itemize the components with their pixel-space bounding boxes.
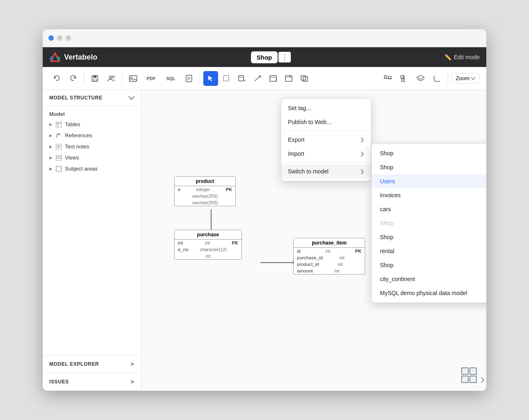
purchase-row-2: e_no character(12)	[175, 246, 242, 253]
image-button[interactable]	[126, 71, 140, 86]
close-button[interactable]	[48, 35, 54, 41]
add-connector-button[interactable]	[250, 71, 265, 86]
main-content: MODEL STRUCTURE Model ▶ Tables ▶ Referen…	[43, 90, 486, 391]
sidebar-item-tables[interactable]: ▶ Tables	[43, 119, 141, 130]
sidebar-item-views[interactable]: ▶ Views	[43, 152, 141, 163]
switch-model-submenu: Shop Shop Users invoices cars Shop Shop …	[371, 143, 486, 303]
corner-icon	[433, 75, 441, 82]
maximize-button[interactable]	[66, 35, 71, 41]
add-entity-button[interactable]: +	[266, 71, 281, 86]
submenu-mysql-demo[interactable]: MySQL demo physical data model	[372, 286, 486, 300]
title-bar	[43, 29, 486, 47]
views-arrow: ▶	[49, 155, 53, 160]
layers-icon	[416, 75, 425, 82]
issues-label: ISSUES	[49, 379, 69, 385]
drawing-tools: + +	[203, 71, 312, 86]
publish-menu-item[interactable]: Publish to Web…	[281, 115, 371, 129]
edit-mode-button[interactable]: ✏️ Edit mode	[444, 54, 480, 60]
svg-text:+: +	[244, 78, 246, 82]
publish-label: Publish to Web…	[288, 119, 332, 125]
zoom-chevron-icon	[471, 77, 475, 80]
nav-center: Shop ⋮	[97, 51, 444, 63]
purchase-row-3: int	[175, 253, 242, 259]
submenu-shop1[interactable]: Shop	[372, 146, 486, 160]
pdf-label: PDF	[147, 76, 156, 81]
image-icon	[129, 75, 137, 82]
app-window: Vertabelo Shop ⋮ ✏️ Edit mode	[43, 29, 486, 391]
add-table-button[interactable]: +	[235, 71, 249, 86]
switch-model-menu-item[interactable]: Switch to model ❯	[281, 164, 371, 178]
sql-button[interactable]: SQL	[162, 71, 180, 86]
align-h-icon	[384, 75, 392, 82]
purchase-item-table[interactable]: purchase_item id int PK purchase_id int …	[293, 238, 365, 275]
submenu-users[interactable]: Users	[372, 174, 486, 188]
selection-box-button[interactable]	[219, 71, 234, 86]
import-menu-item[interactable]: Import ❯	[281, 147, 371, 161]
toolbar-right: Zoom	[380, 71, 480, 86]
submenu-shop5[interactable]: Shop	[372, 258, 486, 272]
purchase-item-header: purchase_item	[294, 238, 365, 248]
pdf-button[interactable]: PDF	[142, 71, 160, 86]
save-button[interactable]	[87, 71, 102, 86]
model-name-button[interactable]: Shop	[251, 51, 278, 63]
export-label: Export	[288, 136, 304, 143]
intersect-button[interactable]	[297, 71, 312, 86]
import-chevron: ❯	[360, 151, 364, 157]
product-table[interactable]: product e integer PK varchar(255) varcha…	[174, 176, 236, 206]
tables-arrow: ▶	[49, 122, 53, 127]
align-v-button[interactable]	[397, 71, 412, 86]
sep1	[84, 73, 84, 84]
users-button[interactable]	[104, 71, 119, 86]
redo-button[interactable]	[66, 71, 80, 86]
submenu-city-continent[interactable]: city_continent	[372, 272, 486, 286]
submenu-rental[interactable]: rental	[372, 244, 486, 258]
svg-rect-62	[470, 376, 476, 383]
text-notes-arrow: ▶	[49, 144, 53, 149]
sidebar: MODEL STRUCTURE Model ▶ Tables ▶ Referen…	[43, 90, 141, 391]
svg-marker-4	[74, 76, 76, 79]
purchase-table-header: purchase	[175, 230, 242, 240]
submenu-shop4[interactable]: Shop	[372, 230, 486, 244]
layers-button[interactable]	[413, 71, 428, 86]
issues-item[interactable]: ISSUES	[43, 373, 141, 391]
undo-button[interactable]	[49, 71, 64, 86]
model-structure-label: MODEL STRUCTURE	[49, 95, 102, 101]
submenu-shop2[interactable]: Shop	[372, 160, 486, 174]
model-options-button[interactable]: ⋮	[278, 52, 291, 62]
canvas-area[interactable]: product e integer PK varchar(255) varcha…	[141, 90, 486, 391]
svg-rect-31	[384, 76, 387, 78]
svg-rect-35	[402, 79, 404, 81]
set-tag-menu-item[interactable]: Set tag…	[281, 101, 371, 115]
zoom-dropdown[interactable]: Zoom	[451, 73, 480, 83]
purchase-item-row-3: product_id int	[294, 261, 365, 268]
export-chevron: ❯	[360, 137, 364, 143]
notes-button[interactable]	[182, 71, 196, 86]
product-row-3: varchar(255)	[175, 199, 235, 206]
corner-button[interactable]	[430, 71, 444, 86]
submenu-cars[interactable]: cars	[372, 202, 486, 216]
product-row-1: e integer PK	[175, 186, 235, 193]
bottom-right-widget[interactable]	[461, 367, 481, 385]
sep2	[122, 73, 122, 84]
align-h-button[interactable]	[380, 71, 395, 86]
menu-sep1	[281, 131, 371, 131]
expand-button[interactable]	[478, 377, 485, 385]
purchase-table[interactable]: purchase int int PK e_no character(12) i…	[174, 230, 242, 260]
collapse-icon	[285, 75, 292, 82]
add-table-icon: +	[238, 75, 246, 82]
sidebar-item-text-notes[interactable]: ▶ Text notes	[43, 141, 141, 152]
export-menu-item[interactable]: Export ❯	[281, 133, 371, 147]
submenu-invoices[interactable]: invoices	[372, 188, 486, 202]
app-body: Vertabelo Shop ⋮ ✏️ Edit mode	[43, 47, 486, 391]
sidebar-item-subject-areas[interactable]: ▶ Subject areas	[43, 163, 141, 174]
minimize-button[interactable]	[57, 35, 62, 41]
model-explorer-item[interactable]: MODEL EXPLORER	[43, 355, 141, 373]
model-explorer-chevron	[130, 362, 134, 366]
svg-rect-34	[401, 76, 403, 78]
sidebar-item-references[interactable]: ▶ References	[43, 130, 141, 141]
collapse-button[interactable]	[281, 71, 296, 86]
text-notes-label: Text notes	[65, 143, 89, 150]
select-tool-button[interactable]	[203, 71, 218, 86]
top-nav: Vertabelo Shop ⋮ ✏️ Edit mode	[43, 47, 486, 67]
sidebar-collapse-icon[interactable]	[129, 96, 134, 100]
